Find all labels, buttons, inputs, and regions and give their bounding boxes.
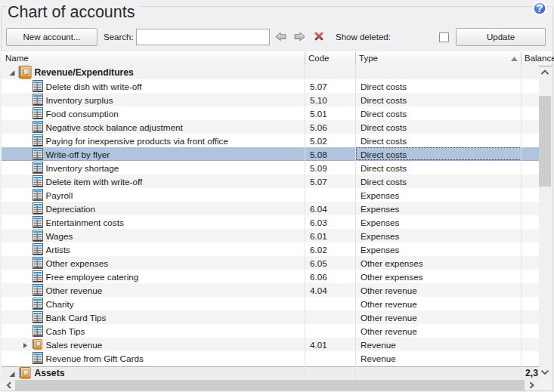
svg-text:?: ? [537, 2, 543, 14]
